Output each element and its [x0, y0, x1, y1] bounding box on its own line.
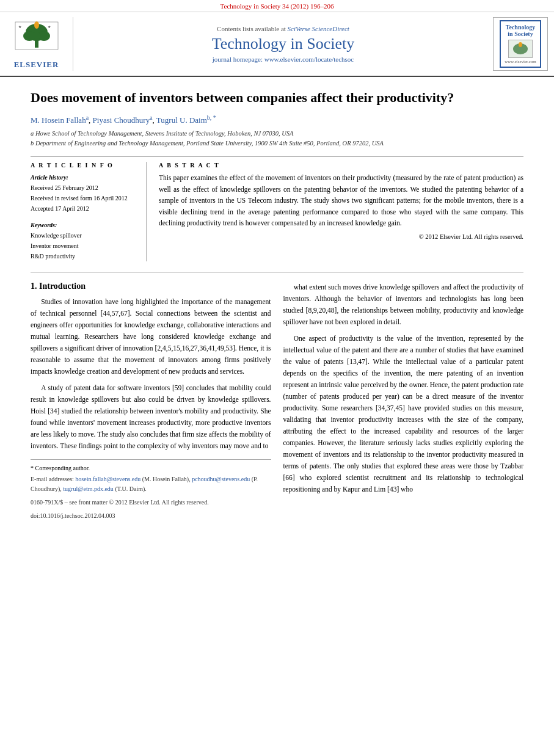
- corresponding-note: * Corresponding author.: [31, 463, 271, 473]
- svg-point-5: [34, 21, 39, 29]
- keyword-2: Inventor movement: [31, 241, 137, 251]
- affil-a-sup: a: [86, 114, 89, 121]
- tis-logo-caption: www.elsevier.com: [505, 59, 536, 64]
- sciverse-prefix: Contents lists available at: [217, 25, 287, 32]
- affiliation-b: b Department of Engineering and Technolo…: [31, 139, 523, 148]
- email-2[interactable]: pchoudhu@stevens.edu: [192, 476, 250, 482]
- body-left-column: 1. Introduction Studies of innovation ha…: [31, 282, 271, 521]
- email-1[interactable]: hosein.fallah@stevens.edu: [75, 476, 140, 482]
- top-bar: Technology in Society 34 (2012) 196–206: [0, 0, 554, 12]
- intro-para-2: A study of patent data for software inve…: [31, 382, 271, 452]
- history-label: Article history:: [31, 172, 137, 183]
- accepted-date: Accepted 17 April 2012: [31, 203, 137, 214]
- emails-label: E-mail addresses:: [31, 476, 74, 482]
- keyword-3: R&D productivity: [31, 251, 137, 261]
- affiliation-a: a Howe School of Technology Management, …: [31, 129, 523, 139]
- abstract-label: A B S T R A C T: [159, 162, 523, 169]
- sciverse-line: Contents lists available at SciVerse Sci…: [217, 25, 349, 32]
- homepage-prefix: journal homepage:: [213, 56, 264, 63]
- journal-homepage: journal homepage: www.elsevier.com/locat…: [213, 56, 354, 63]
- body-right-column: what extent such moves drive knowledge s…: [283, 282, 524, 521]
- homepage-url[interactable]: www.elsevier.com/locate/techsoc: [264, 56, 354, 63]
- section-number: 1.: [31, 282, 37, 291]
- svg-text:★: ★: [18, 25, 21, 29]
- email-3-name: (T.U. Daim).: [115, 485, 146, 492]
- journal-title-section: Contents lists available at SciVerse Sci…: [79, 17, 487, 71]
- bottom-info-1: 0160-791X/$ – see front matter © 2012 El…: [31, 498, 271, 507]
- elsevier-logo-icon: ★ ★: [12, 19, 61, 59]
- received-date: Received 25 February 2012: [31, 183, 137, 193]
- right-para-1: what extent such moves drive knowledge s…: [283, 282, 524, 328]
- paper-title: Does movement of inventors between compa…: [31, 89, 523, 107]
- intro-text-left: Studies of innovation have long highligh…: [31, 296, 271, 452]
- article-info-label: A R T I C L E I N F O: [31, 162, 137, 169]
- tis-logo-image: [508, 40, 533, 58]
- email-1-name: (M. Hosein Fallah),: [142, 476, 191, 482]
- tis-logo-title: Technologyin Society: [505, 24, 536, 37]
- article-info-section: A R T I C L E I N F O Article history: R…: [31, 162, 147, 261]
- svg-rect-1: [35, 40, 38, 48]
- article-history: Article history: Received 25 February 20…: [31, 172, 137, 214]
- affiliations: a Howe School of Technology Management, …: [31, 129, 523, 148]
- authors-line: M. Hosein Fallaha, Piyasi Choudhurya, Tu…: [31, 114, 523, 125]
- elsevier-logo-section: ★ ★ ELSEVIER: [6, 17, 73, 71]
- intro-heading: 1. Introduction: [31, 282, 271, 291]
- right-para-2: One aspect of productivity is the value …: [283, 333, 524, 495]
- keyword-1: Knowledge spillover: [31, 230, 137, 241]
- body-section: 1. Introduction Studies of innovation ha…: [31, 272, 523, 521]
- abstract-text: This paper examines the effect of the mo…: [159, 172, 523, 228]
- author-daim: Tugrul U. Daim: [156, 115, 207, 125]
- affil-b-sup: b, *: [207, 114, 216, 121]
- tis-logo-inner: Technologyin Society www.elsevier.com: [500, 20, 541, 68]
- svg-text:★: ★: [48, 25, 51, 29]
- keywords-section: Keywords: Knowledge spillover Inventor m…: [31, 220, 137, 261]
- section-title: Introduction: [39, 282, 86, 291]
- author-fallah: M. Hosein Fallah: [31, 115, 86, 125]
- article-info-abstract: A R T I C L E I N F O Article history: R…: [31, 156, 523, 261]
- abstract-section: A B S T R A C T This paper examines the …: [159, 162, 523, 261]
- intro-para-1: Studies of innovation have long highligh…: [31, 296, 271, 377]
- copyright: © 2012 Elsevier Ltd. All rights reserved…: [159, 233, 523, 240]
- author-choudhury: Piyasi Choudhury: [93, 115, 150, 125]
- footnote-section: * Corresponding author. E-mail addresses…: [31, 459, 271, 521]
- email-line: E-mail addresses: hosein.fallah@stevens.…: [31, 474, 271, 494]
- svg-point-4: [38, 31, 50, 41]
- bottom-info-2: doi:10.1016/j.techsoc.2012.04.003: [31, 511, 271, 521]
- affil-a2-sup: a: [150, 114, 152, 121]
- email-3[interactable]: tugrul@etm.pdx.edu: [63, 485, 114, 492]
- intro-text-right: what extent such moves drive knowledge s…: [283, 282, 524, 495]
- journal-title: Technology in Society: [212, 35, 355, 53]
- elsevier-wordmark: ELSEVIER: [14, 60, 59, 70]
- revised-date: Received in revised form 16 April 2012: [31, 193, 137, 203]
- sciverse-link[interactable]: SciVerse ScienceDirect: [288, 25, 349, 32]
- tis-logo: Technologyin Society www.elsevier.com: [493, 17, 548, 71]
- keywords-label: Keywords:: [31, 220, 137, 230]
- journal-header: ★ ★ ELSEVIER Contents lists available at…: [0, 12, 554, 77]
- main-content: Does movement of inventors between compa…: [0, 77, 554, 533]
- svg-point-9: [519, 42, 522, 47]
- svg-point-3: [23, 31, 35, 41]
- journal-reference: Technology in Society 34 (2012) 196–206: [221, 2, 334, 10]
